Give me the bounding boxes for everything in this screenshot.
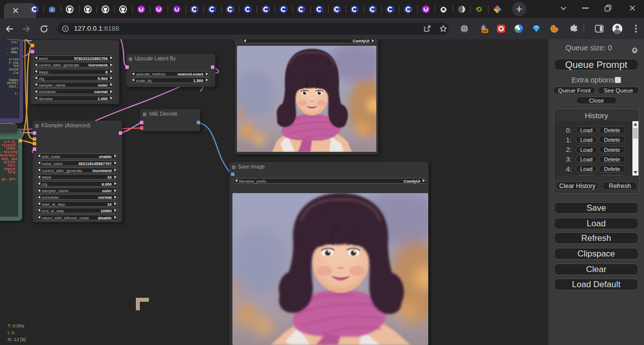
- svg-text:off: off: [483, 29, 488, 33]
